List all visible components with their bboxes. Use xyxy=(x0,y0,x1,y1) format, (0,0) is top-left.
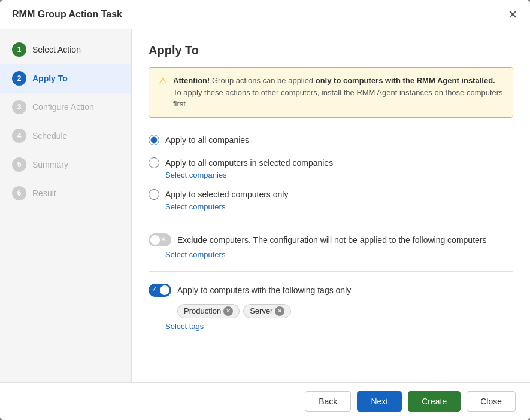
toggle-knob-exclude xyxy=(150,235,160,245)
tag-chip-production: Production ✕ xyxy=(177,304,240,318)
step-circle-6: 6 xyxy=(12,186,26,200)
sidebar-label-result: Result xyxy=(32,188,56,198)
tag-chip-server: Server ✕ xyxy=(243,304,291,318)
tags-section: Apply to computers with the following ta… xyxy=(149,276,513,338)
tags-toggle[interactable] xyxy=(149,284,171,297)
step-circle-2: 2 xyxy=(12,71,26,86)
sidebar-item-result[interactable]: 6 Result xyxy=(0,179,131,208)
divider-2 xyxy=(149,271,513,272)
modal-close-button[interactable]: ✕ xyxy=(508,8,518,20)
sidebar-item-select-action[interactable]: 1 Select Action xyxy=(0,35,131,64)
tags-label: Apply to computers with the following ta… xyxy=(177,285,351,295)
step-circle-1: 1 xyxy=(12,42,26,57)
sidebar-label-select-action: Select Action xyxy=(32,45,81,54)
select-companies-link[interactable]: Select companies xyxy=(165,171,513,179)
tag-remove-production[interactable]: ✕ xyxy=(223,306,233,316)
modal-footer: Back Next Create Close xyxy=(0,382,530,420)
exclude-toggle[interactable] xyxy=(149,233,171,246)
label-selected-computers: Apply to selected computers only xyxy=(165,190,288,199)
sidebar-item-summary[interactable]: 5 Summary xyxy=(0,150,131,179)
label-selected-companies: Apply to all computers in selected compa… xyxy=(165,158,333,168)
exclude-label: Exclude computers. The configuration wil… xyxy=(177,235,486,245)
toggle-knob-tags xyxy=(160,285,169,295)
sidebar-item-configure-action[interactable]: 3 Configure Action xyxy=(0,93,131,121)
sidebar-label-schedule: Schedule xyxy=(32,131,67,141)
sidebar-label-apply-to: Apply To xyxy=(32,74,68,83)
sidebar-item-schedule[interactable]: 4 Schedule xyxy=(0,121,131,150)
create-button[interactable]: Create xyxy=(408,391,461,412)
select-computers-exclude-link[interactable]: Select computers xyxy=(165,250,513,259)
tag-label-server: Server xyxy=(250,306,272,315)
modal: RMM Group Action Task ✕ 1 Select Action … xyxy=(0,0,530,420)
tag-label-production: Production xyxy=(184,306,221,315)
alert-text: Attention! Group actions can be applied … xyxy=(173,75,503,110)
modal-title: RMM Group Action Task xyxy=(12,9,122,20)
exclude-toggle-row: Exclude computers. The configuration wil… xyxy=(149,233,513,246)
tags-row: Production ✕ Server ✕ xyxy=(177,304,513,318)
radio-all-companies[interactable] xyxy=(149,135,159,145)
modal-header: RMM Group Action Task ✕ xyxy=(0,0,530,29)
sidebar-label-summary: Summary xyxy=(32,160,68,169)
back-button[interactable]: Back xyxy=(305,391,351,412)
exclude-section: Exclude computers. The configuration wil… xyxy=(149,226,513,266)
warning-icon: ⚠ xyxy=(159,75,167,87)
tags-toggle-row: Apply to computers with the following ta… xyxy=(149,284,513,297)
option-all-companies: Apply to all companies xyxy=(149,130,513,153)
step-circle-4: 4 xyxy=(12,129,26,143)
close-button[interactable]: Close xyxy=(467,391,516,412)
main-content: Apply To ⚠ Attention! Group actions can … xyxy=(132,29,530,382)
select-computers-radio-link[interactable]: Select computers xyxy=(165,202,513,211)
select-tags-link[interactable]: Select tags xyxy=(165,322,513,331)
sidebar-item-apply-to[interactable]: 2 Apply To xyxy=(0,64,131,93)
next-button[interactable]: Next xyxy=(357,391,402,412)
radio-selected-computers[interactable] xyxy=(149,189,159,200)
divider-1 xyxy=(149,221,513,221)
step-circle-5: 5 xyxy=(12,157,26,172)
step-circle-3: 3 xyxy=(12,100,26,114)
modal-body: 1 Select Action 2 Apply To 3 Configure A… xyxy=(0,29,530,382)
label-all-companies: Apply to all companies xyxy=(165,135,249,145)
option-selected-computers: Apply to selected computers only Select … xyxy=(149,184,513,216)
page-title: Apply To xyxy=(149,44,513,57)
sidebar-label-configure-action: Configure Action xyxy=(32,102,94,112)
sidebar: 1 Select Action 2 Apply To 3 Configure A… xyxy=(0,29,132,382)
option-selected-companies: Apply to all computers in selected compa… xyxy=(149,153,513,184)
tag-remove-server[interactable]: ✕ xyxy=(275,306,284,316)
alert-box: ⚠ Attention! Group actions can be applie… xyxy=(149,67,513,118)
radio-selected-companies[interactable] xyxy=(149,157,159,168)
modal-overlay: RMM Group Action Task ✕ 1 Select Action … xyxy=(0,0,530,420)
